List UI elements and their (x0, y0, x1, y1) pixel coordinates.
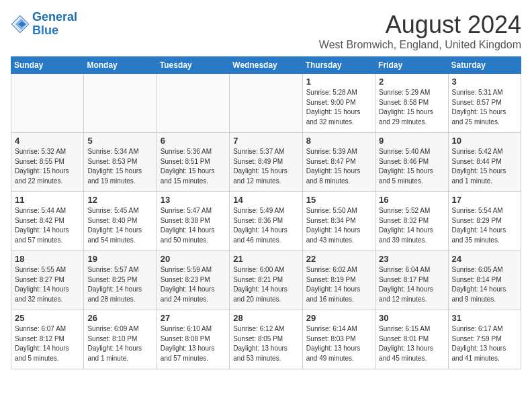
day-number: 16 (379, 195, 444, 205)
calendar-cell: 18Sunrise: 5:55 AM Sunset: 8:27 PM Dayli… (11, 251, 84, 310)
day-info: Sunrise: 6:07 AM Sunset: 8:12 PM Dayligh… (15, 324, 80, 363)
calendar-cell: 3Sunrise: 5:31 AM Sunset: 8:57 PM Daylig… (448, 74, 521, 133)
day-number: 15 (306, 195, 371, 205)
day-number: 31 (452, 313, 517, 323)
day-number: 25 (15, 313, 80, 323)
calendar-cell: 2Sunrise: 5:29 AM Sunset: 8:58 PM Daylig… (375, 74, 448, 133)
calendar-cell: 21Sunrise: 6:00 AM Sunset: 8:21 PM Dayli… (230, 251, 302, 310)
calendar-cell: 12Sunrise: 5:45 AM Sunset: 8:40 PM Dayli… (84, 192, 157, 251)
calendar-cell (84, 74, 157, 133)
calendar-cell (11, 74, 84, 133)
day-number: 17 (452, 195, 517, 205)
calendar-cell: 26Sunrise: 6:09 AM Sunset: 8:10 PM Dayli… (84, 310, 157, 369)
calendar-cell: 31Sunrise: 6:17 AM Sunset: 7:59 PM Dayli… (448, 310, 521, 369)
calendar-cell (157, 74, 229, 133)
day-info: Sunrise: 5:37 AM Sunset: 8:49 PM Dayligh… (233, 147, 298, 186)
month-title: August 2024 (319, 11, 521, 39)
day-info: Sunrise: 5:29 AM Sunset: 8:58 PM Dayligh… (379, 88, 444, 127)
calendar-cell (230, 74, 302, 133)
calendar-cell: 20Sunrise: 5:59 AM Sunset: 8:23 PM Dayli… (157, 251, 229, 310)
calendar-cell: 22Sunrise: 6:02 AM Sunset: 8:19 PM Dayli… (302, 251, 375, 310)
calendar-cell: 10Sunrise: 5:42 AM Sunset: 8:44 PM Dayli… (448, 133, 521, 192)
calendar-week-row: 18Sunrise: 5:55 AM Sunset: 8:27 PM Dayli… (11, 251, 521, 310)
day-number: 21 (233, 254, 298, 264)
calendar-cell: 16Sunrise: 5:52 AM Sunset: 8:32 PM Dayli… (375, 192, 448, 251)
location: West Bromwich, England, United Kingdom (319, 39, 521, 51)
column-header-monday: Monday (84, 57, 157, 74)
day-info: Sunrise: 6:04 AM Sunset: 8:17 PM Dayligh… (379, 265, 444, 304)
day-info: Sunrise: 5:28 AM Sunset: 9:00 PM Dayligh… (306, 88, 371, 127)
day-info: Sunrise: 5:39 AM Sunset: 8:47 PM Dayligh… (306, 147, 371, 186)
page-header: General Blue August 2024 West Bromwich, … (11, 11, 521, 51)
day-info: Sunrise: 5:34 AM Sunset: 8:53 PM Dayligh… (87, 147, 152, 186)
day-info: Sunrise: 6:12 AM Sunset: 8:05 PM Dayligh… (233, 324, 298, 363)
day-number: 24 (452, 254, 517, 264)
day-info: Sunrise: 6:09 AM Sunset: 8:10 PM Dayligh… (87, 324, 152, 363)
title-block: August 2024 West Bromwich, England, Unit… (319, 11, 521, 51)
column-header-tuesday: Tuesday (157, 57, 229, 74)
day-number: 1 (306, 77, 371, 87)
calendar-cell: 17Sunrise: 5:54 AM Sunset: 8:29 PM Dayli… (448, 192, 521, 251)
column-header-friday: Friday (375, 57, 448, 74)
calendar-cell: 1Sunrise: 5:28 AM Sunset: 9:00 PM Daylig… (302, 74, 375, 133)
calendar-cell: 11Sunrise: 5:44 AM Sunset: 8:42 PM Dayli… (11, 192, 84, 251)
day-info: Sunrise: 6:14 AM Sunset: 8:03 PM Dayligh… (306, 324, 371, 363)
column-header-saturday: Saturday (448, 57, 521, 74)
calendar-cell: 7Sunrise: 5:37 AM Sunset: 8:49 PM Daylig… (230, 133, 302, 192)
day-info: Sunrise: 5:40 AM Sunset: 8:46 PM Dayligh… (379, 147, 444, 186)
logo-icon (11, 15, 30, 34)
day-info: Sunrise: 6:17 AM Sunset: 7:59 PM Dayligh… (452, 324, 517, 363)
day-info: Sunrise: 5:42 AM Sunset: 8:44 PM Dayligh… (452, 147, 517, 186)
day-info: Sunrise: 5:52 AM Sunset: 8:32 PM Dayligh… (379, 206, 444, 245)
day-info: Sunrise: 5:31 AM Sunset: 8:57 PM Dayligh… (452, 88, 517, 127)
logo: General Blue (11, 11, 77, 38)
day-number: 27 (161, 313, 226, 323)
calendar-cell: 27Sunrise: 6:10 AM Sunset: 8:08 PM Dayli… (157, 310, 229, 369)
column-header-sunday: Sunday (11, 57, 84, 74)
calendar-table: SundayMondayTuesdayWednesdayThursdayFrid… (11, 56, 521, 369)
day-info: Sunrise: 5:55 AM Sunset: 8:27 PM Dayligh… (15, 265, 80, 304)
column-header-wednesday: Wednesday (230, 57, 302, 74)
day-number: 18 (15, 254, 80, 264)
calendar-cell: 13Sunrise: 5:47 AM Sunset: 8:38 PM Dayli… (157, 192, 229, 251)
day-number: 19 (87, 254, 152, 264)
day-number: 4 (15, 136, 80, 146)
day-info: Sunrise: 5:47 AM Sunset: 8:38 PM Dayligh… (161, 206, 226, 245)
day-number: 29 (306, 313, 371, 323)
column-header-thursday: Thursday (302, 57, 375, 74)
day-info: Sunrise: 5:36 AM Sunset: 8:51 PM Dayligh… (161, 147, 226, 186)
day-number: 14 (233, 195, 298, 205)
calendar-cell: 9Sunrise: 5:40 AM Sunset: 8:46 PM Daylig… (375, 133, 448, 192)
day-info: Sunrise: 5:59 AM Sunset: 8:23 PM Dayligh… (161, 265, 226, 304)
calendar-cell: 29Sunrise: 6:14 AM Sunset: 8:03 PM Dayli… (302, 310, 375, 369)
calendar-cell: 28Sunrise: 6:12 AM Sunset: 8:05 PM Dayli… (230, 310, 302, 369)
calendar-week-row: 25Sunrise: 6:07 AM Sunset: 8:12 PM Dayli… (11, 310, 521, 369)
day-info: Sunrise: 5:32 AM Sunset: 8:55 PM Dayligh… (15, 147, 80, 186)
day-number: 20 (161, 254, 226, 264)
calendar-cell: 24Sunrise: 6:05 AM Sunset: 8:14 PM Dayli… (448, 251, 521, 310)
day-number: 11 (15, 195, 80, 205)
calendar-week-row: 1Sunrise: 5:28 AM Sunset: 9:00 PM Daylig… (11, 74, 521, 133)
calendar-cell: 5Sunrise: 5:34 AM Sunset: 8:53 PM Daylig… (84, 133, 157, 192)
day-number: 13 (161, 195, 226, 205)
calendar-header-row: SundayMondayTuesdayWednesdayThursdayFrid… (11, 57, 521, 74)
day-number: 2 (379, 77, 444, 87)
day-number: 23 (379, 254, 444, 264)
day-number: 12 (87, 195, 152, 205)
day-info: Sunrise: 6:10 AM Sunset: 8:08 PM Dayligh… (161, 324, 226, 363)
day-number: 9 (379, 136, 444, 146)
day-number: 28 (233, 313, 298, 323)
day-info: Sunrise: 5:54 AM Sunset: 8:29 PM Dayligh… (452, 206, 517, 245)
calendar-cell: 6Sunrise: 5:36 AM Sunset: 8:51 PM Daylig… (157, 133, 229, 192)
calendar-cell: 14Sunrise: 5:49 AM Sunset: 8:36 PM Dayli… (230, 192, 302, 251)
calendar-cell: 30Sunrise: 6:15 AM Sunset: 8:01 PM Dayli… (375, 310, 448, 369)
day-info: Sunrise: 5:49 AM Sunset: 8:36 PM Dayligh… (233, 206, 298, 245)
day-info: Sunrise: 5:44 AM Sunset: 8:42 PM Dayligh… (15, 206, 80, 245)
day-number: 8 (306, 136, 371, 146)
day-info: Sunrise: 5:45 AM Sunset: 8:40 PM Dayligh… (87, 206, 152, 245)
day-info: Sunrise: 5:50 AM Sunset: 8:34 PM Dayligh… (306, 206, 371, 245)
day-number: 3 (452, 77, 517, 87)
calendar-cell: 25Sunrise: 6:07 AM Sunset: 8:12 PM Dayli… (11, 310, 84, 369)
calendar-week-row: 11Sunrise: 5:44 AM Sunset: 8:42 PM Dayli… (11, 192, 521, 251)
logo-text: General Blue (32, 11, 77, 38)
